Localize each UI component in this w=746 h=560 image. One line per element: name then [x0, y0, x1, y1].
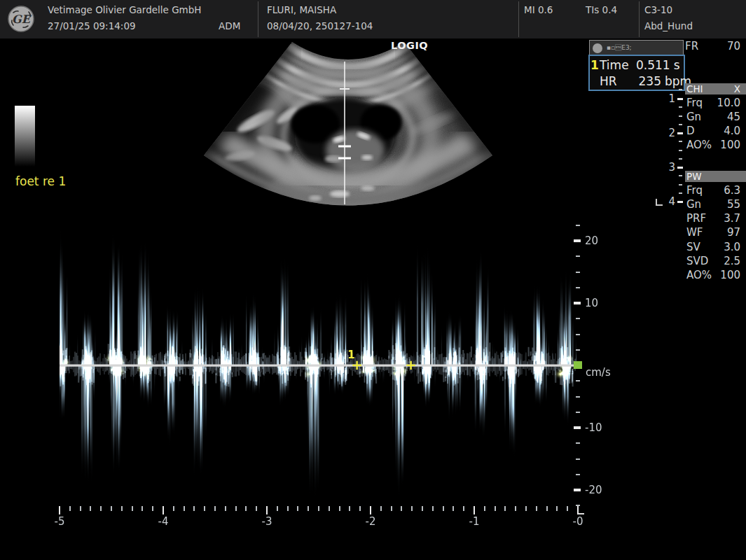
y-minor-tick: [576, 318, 580, 319]
param-value: 45: [727, 111, 740, 123]
y-minor-tick: [576, 474, 580, 475]
x-minor-tick: [515, 506, 516, 511]
y-minor-tick: [576, 225, 580, 226]
measurement-row-time: 1 Time 0.511 s: [590, 57, 684, 73]
param-label: Gn: [686, 198, 701, 211]
focus-position-marker: [656, 199, 663, 206]
x-minor-tick: [495, 506, 496, 511]
y-minor-tick: [576, 255, 580, 257]
svg-text:GE: GE: [12, 13, 32, 26]
measurement-box-handle-icon[interactable]: [593, 43, 602, 53]
y-tick-label: -20: [585, 484, 602, 496]
x-minor-tick: [556, 506, 558, 511]
y-minor-tick: [576, 287, 580, 288]
depth-label: 4: [664, 195, 675, 208]
x-minor-tick: [297, 506, 298, 511]
caliper-cross-2[interactable]: +: [405, 359, 417, 370]
y-minor-tick: [576, 442, 580, 444]
x-minor-tick: [318, 506, 319, 511]
param-value: 3.0: [724, 241, 740, 253]
param-label: Frq: [686, 184, 703, 197]
depth-major-tick: [677, 167, 683, 169]
grayscale-bar: [15, 106, 35, 167]
x-minor-tick: [308, 506, 309, 511]
x-minor-tick: [100, 506, 102, 511]
y-minor-tick: [576, 349, 580, 351]
x-minor-tick: [536, 506, 537, 511]
measurement-unit: s: [670, 58, 693, 72]
param-row-gn: Gn55: [686, 198, 740, 211]
measurement-result-box[interactable]: 1 Time 0.511 s HR 235 bpm: [588, 55, 685, 91]
header-bar: GE Vetimage Olivier Gardelle GmbH 27/01/…: [0, 0, 746, 38]
y-tick-label: -10: [585, 421, 602, 434]
depth-minor-tick: [679, 158, 682, 160]
param-row-prf: PRF3.7: [686, 212, 740, 225]
param-label: Frq: [686, 97, 703, 109]
depth-minor-tick: [679, 150, 682, 151]
param-label: PRF: [686, 212, 706, 225]
baseline-marker[interactable]: [574, 361, 582, 369]
x-major-tick: [577, 506, 579, 514]
y-tick-label: 20: [585, 234, 598, 247]
depth-minor-tick: [679, 141, 682, 142]
x-minor-tick: [287, 506, 289, 511]
y-minor-tick: [576, 458, 580, 460]
param-label: D: [686, 125, 695, 137]
preset-name: Abd_Hund: [644, 20, 693, 31]
y-minor-tick: [576, 412, 580, 413]
param-label: AO%: [686, 139, 712, 151]
image-annotation[interactable]: foet re 1: [15, 174, 66, 188]
patient-id: 08/04/20, 250127-104: [267, 20, 373, 31]
measurement-box-titlebar[interactable]: ▪▫E3;: [589, 40, 684, 56]
param-row-ao%: AO%100: [686, 139, 740, 151]
y-minor-tick: [576, 334, 580, 335]
x-minor-tick: [69, 506, 71, 511]
x-minor-tick: [184, 506, 185, 511]
param-row-svd: SVD2.5: [686, 255, 740, 267]
y-tick-label: 10: [585, 297, 598, 309]
section-corner-indicator: X: [734, 83, 740, 94]
caliper-number-label: 1: [347, 349, 354, 361]
measurement-label: HR: [600, 74, 636, 88]
x-major-tick: [163, 506, 165, 514]
logiq-brand-label: LOGIQ: [391, 40, 428, 51]
param-row-gn: Gn45: [686, 111, 740, 123]
x-minor-tick: [567, 506, 568, 511]
exam-datetime: 27/01/25 09:14:09: [48, 20, 136, 31]
depth-minor-tick: [679, 89, 682, 90]
x-major-tick: [59, 506, 61, 514]
param-row-d: D4.0: [686, 125, 740, 137]
x-minor-tick: [111, 506, 112, 511]
y-major-tick: [574, 239, 581, 242]
frame-rate-row: FR 70: [685, 40, 740, 52]
depth-major-tick: [677, 132, 683, 134]
bmode-image: [189, 38, 511, 210]
tis-value: TIs 0.4: [586, 4, 617, 15]
param-value: 6.3: [724, 184, 740, 197]
depth-minor-tick: [679, 184, 682, 186]
depth-label: 3: [664, 161, 675, 174]
x-minor-tick: [329, 506, 330, 511]
x-tick-label: -1: [466, 515, 483, 528]
probe-name: C3-10: [644, 4, 672, 15]
measurement-value: 0.511: [636, 58, 670, 72]
param-row-sv: SV3.0: [686, 241, 740, 253]
x-tick-label: -3: [258, 515, 275, 528]
depth-minor-tick: [679, 192, 682, 194]
x-major-tick: [370, 506, 372, 514]
x-minor-tick: [90, 506, 91, 511]
x-minor-tick: [422, 506, 423, 511]
measurement-value: 235: [636, 74, 661, 88]
time-axis-end-stub: [579, 513, 584, 514]
param-value: 4.0: [724, 125, 740, 137]
x-tick-label: -2: [362, 515, 379, 528]
param-value: 2.5: [724, 255, 740, 267]
doppler-spectrogram: [60, 218, 578, 506]
patient-name: FLURI, MAISHA: [267, 4, 336, 15]
depth-minor-tick: [679, 124, 682, 125]
x-major-tick: [474, 506, 476, 514]
section-title: PW: [686, 171, 702, 182]
depth-minor-tick: [679, 175, 682, 176]
section-title: CHI: [686, 83, 703, 94]
x-minor-tick: [225, 506, 226, 511]
